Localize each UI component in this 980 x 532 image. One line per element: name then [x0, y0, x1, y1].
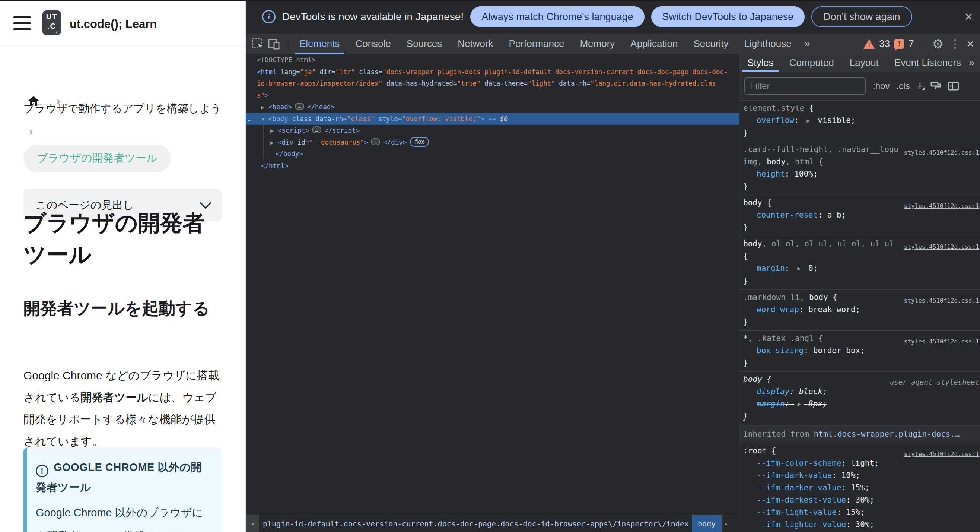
dom-node[interactable]: </body>: [246, 148, 739, 160]
site-logo[interactable]: UT .C ↵: [43, 10, 61, 35]
css-declaration[interactable]: margin: ▶ 8px;: [743, 398, 980, 411]
css-rule[interactable]: styles.4510f12d.css:1.markdown li, body …: [740, 290, 980, 331]
kebab-menu-icon[interactable]: ⋮: [948, 37, 962, 50]
flex-badge[interactable]: flex: [410, 137, 429, 147]
new-style-rule-button[interactable]: +: [916, 81, 923, 91]
stylesheet-link[interactable]: styles.4510f12d.css:1: [904, 147, 979, 159]
expand-value-icon[interactable]: ▶: [797, 266, 800, 271]
dont-show-again-button[interactable]: Don't show again: [811, 6, 912, 27]
settings-gear-icon[interactable]: ⚙: [932, 37, 943, 51]
tab-performance[interactable]: Performance: [501, 33, 572, 54]
expand-node-icon[interactable]: …: [312, 126, 321, 133]
css-declaration[interactable]: height: 100%;: [743, 168, 980, 180]
notification-close-icon[interactable]: ×: [965, 9, 972, 25]
dom-node[interactable]: ▶<head>…</head>: [246, 101, 739, 113]
dom-node[interactable]: </html>: [246, 160, 739, 172]
css-declaration[interactable]: --ifm-light-value: 15%;: [743, 506, 980, 519]
dom-node[interactable]: id-browser-apps/inspector/index" data-ha…: [246, 78, 739, 90]
css-declaration[interactable]: --ifm-dark-value: 10%;: [743, 470, 980, 482]
tab-console[interactable]: Console: [347, 33, 398, 54]
rule-selector: element.style {: [743, 102, 980, 115]
stylesheet-link[interactable]: styles.4510f12d.css:1: [904, 241, 979, 253]
sidebar-tab-layout[interactable]: Layout: [842, 54, 886, 72]
alert-icon: !: [36, 465, 48, 477]
devtools-toolbar: ElementsConsoleSourcesNetworkPerformance…: [246, 33, 980, 54]
site-title[interactable]: ut.code(); Learn: [70, 18, 157, 31]
css-declaration[interactable]: --ifm-darker-value: 15%;: [743, 482, 980, 494]
rendering-emulation-icon[interactable]: [930, 81, 941, 91]
css-declaration[interactable]: --ifm-darkest-value: 30%;: [743, 494, 980, 506]
inherited-node-link[interactable]: html.docs-wrapper.plugin-docs.…: [814, 430, 960, 438]
dom-node[interactable]: ▶<div id="__docusaurus">…</div>flex: [246, 137, 739, 149]
twisty-icon[interactable]: ▶: [270, 137, 278, 149]
css-rule[interactable]: styles.4510f12d.css:1*, .katex .angl {bo…: [740, 331, 980, 372]
dom-node-selected[interactable]: …▼<body class data-rh="class" style="ove…: [246, 113, 739, 125]
stylesheet-link[interactable]: styles.4510f12d.css:1: [904, 200, 979, 212]
logo-return-icon: ↵: [56, 29, 59, 35]
stylesheet-link[interactable]: styles.4510f12d.css:1: [904, 294, 979, 307]
stylesheet-origin-label: user agent stylesheet: [890, 376, 979, 389]
tab-sources[interactable]: Sources: [399, 33, 450, 54]
css-rule[interactable]: element.style {overflow: ▶ visible;}: [740, 100, 980, 142]
toggle-hover-state-button[interactable]: :hov: [873, 81, 889, 91]
expand-node-icon[interactable]: …: [295, 103, 304, 110]
tab-elements[interactable]: Elements: [291, 33, 347, 54]
twisty-icon[interactable]: ▼: [261, 114, 269, 126]
devtools-close-icon[interactable]: ×: [967, 37, 974, 51]
tab-application[interactable]: Application: [622, 33, 686, 54]
dock-sidebar-icon[interactable]: [948, 81, 959, 91]
sidebar-tab-event-listeners[interactable]: Event Listeners: [886, 54, 969, 72]
css-rule[interactable]: styles.4510f12d.css:1body, ol ol, ol ul,…: [740, 236, 980, 290]
css-rules-list: element.style {overflow: ▶ visible;}styl…: [740, 100, 980, 532]
css-rule[interactable]: styles.4510f12d.css:1:root {--ifm-color-…: [740, 443, 980, 532]
device-toolbar-icon[interactable]: [266, 36, 282, 52]
stylesheet-link[interactable]: styles.4510f12d.css:1: [904, 335, 979, 347]
breadcrumb-scroll-left-button[interactable]: ◂: [246, 515, 259, 532]
styles-filter-input[interactable]: [744, 78, 866, 95]
breadcrumb-parent[interactable]: ブラウザで動作するアプリを構築しよう: [24, 101, 221, 116]
match-language-button[interactable]: Always match Chrome's language: [470, 6, 644, 27]
css-declaration[interactable]: overflow: ▶ visible;: [743, 115, 980, 127]
dom-tree: <!DOCTYPE html><html lang="ja" dir="ltr"…: [246, 54, 739, 515]
header-divider: [0, 46, 246, 46]
admonition-body: Google Chrome 以外のブラウザにも開発者ツールは搭載されて: [36, 501, 211, 532]
tab-lighthouse[interactable]: Lighthouse: [736, 33, 799, 54]
dom-node[interactable]: <html lang="ja" dir="ltr" class="docs-wr…: [246, 66, 739, 78]
breadcrumb-scroll-right-icon[interactable]: ▸: [725, 521, 728, 527]
css-declaration[interactable]: margin: ▶ 0;: [743, 262, 980, 275]
info-icon: i: [262, 10, 275, 24]
css-rule[interactable]: styles.4510f12d.css:1.card--full-height,…: [740, 142, 980, 195]
error-icon[interactable]: !: [894, 39, 904, 49]
warning-count[interactable]: 33: [879, 38, 890, 49]
node-options-icon[interactable]: …: [248, 113, 253, 125]
tab-security[interactable]: Security: [686, 33, 737, 54]
inherited-label: Inherited from: [743, 430, 814, 438]
twisty-icon[interactable]: ▶: [270, 125, 278, 137]
css-rule[interactable]: styles.4510f12d.css:1body {counter-reset…: [740, 195, 980, 236]
breadcrumb-selected-node[interactable]: body: [692, 515, 722, 532]
expand-node-icon[interactable]: …: [371, 138, 380, 145]
twisty-icon[interactable]: ▶: [261, 102, 269, 114]
inspect-element-icon[interactable]: [250, 36, 266, 52]
sidebar-tab-styles[interactable]: Styles: [740, 54, 781, 72]
css-declaration[interactable]: --ifm-lighter-value: 30%;: [743, 519, 980, 531]
css-rule[interactable]: user agent stylesheetbody {display: bloc…: [740, 372, 980, 425]
expand-value-icon[interactable]: ▶: [807, 118, 810, 123]
sidebar-more-tabs-icon[interactable]: »: [969, 57, 980, 68]
expand-value-icon[interactable]: ▶: [797, 401, 800, 407]
bold-term: 開発者ツール: [81, 391, 148, 403]
error-count[interactable]: 7: [908, 38, 914, 49]
warning-icon[interactable]: !: [864, 39, 875, 49]
sidebar-tab-computed[interactable]: Computed: [781, 54, 842, 72]
dom-node[interactable]: s">: [246, 90, 739, 102]
dom-node[interactable]: <!DOCTYPE html>: [246, 54, 739, 66]
more-tabs-icon[interactable]: »: [799, 38, 815, 49]
switch-japanese-button[interactable]: Switch DevTools to Japanese: [651, 6, 805, 27]
toggle-class-button[interactable]: .cls: [896, 81, 910, 91]
menu-icon[interactable]: [13, 16, 31, 30]
tab-memory[interactable]: Memory: [572, 33, 622, 54]
stylesheet-link[interactable]: styles.4510f12d.css:1: [904, 448, 979, 460]
breadcrumb-path[interactable]: plugin-id-default.docs-version-current.d…: [263, 519, 689, 528]
dom-node[interactable]: ▶<script>…</script>: [246, 125, 739, 137]
tab-network[interactable]: Network: [450, 33, 501, 54]
